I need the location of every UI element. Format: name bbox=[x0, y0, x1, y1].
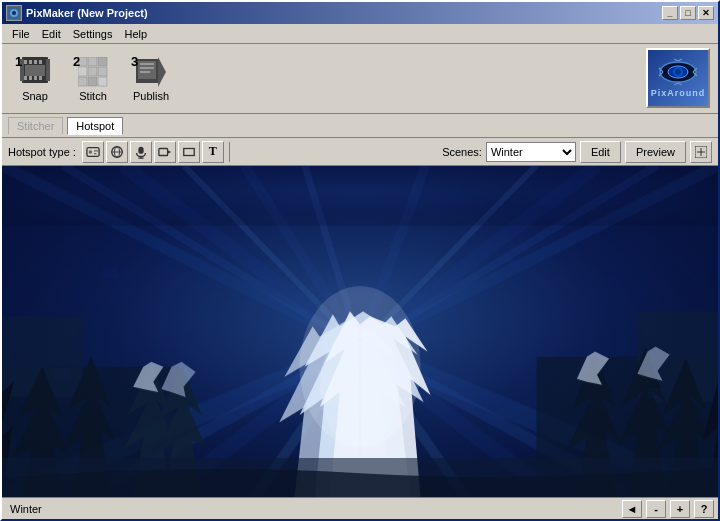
svg-rect-11 bbox=[29, 76, 32, 80]
maximize-button[interactable]: □ bbox=[680, 6, 696, 20]
app-window: PixMaker (New Project) _ □ ✕ File Edit S… bbox=[0, 0, 720, 521]
pixaround-logo: PixAround bbox=[646, 48, 710, 108]
winter-scene-svg bbox=[2, 166, 718, 497]
tab-stitcher[interactable]: Stitcher bbox=[8, 117, 63, 134]
svg-point-76 bbox=[320, 326, 401, 447]
scenes-select[interactable]: Winter Summer Spring Fall bbox=[486, 142, 576, 162]
menu-settings[interactable]: Settings bbox=[67, 26, 119, 42]
snap-button[interactable]: 1 Sna bbox=[10, 52, 60, 106]
svg-point-2 bbox=[12, 11, 16, 15]
preview-button[interactable]: Preview bbox=[625, 141, 686, 163]
help-button[interactable]: ? bbox=[694, 500, 714, 518]
stitch-label: Stitch bbox=[79, 90, 107, 102]
svg-rect-85 bbox=[2, 166, 718, 226]
svg-rect-13 bbox=[39, 76, 42, 80]
svg-rect-29 bbox=[140, 71, 150, 73]
publish-icon: 3 bbox=[135, 56, 167, 88]
main-toolbar: 1 Sna bbox=[2, 44, 718, 114]
snap-label: Snap bbox=[22, 90, 48, 102]
expand-button[interactable] bbox=[690, 141, 712, 163]
svg-rect-36 bbox=[94, 150, 98, 151]
svg-rect-8 bbox=[34, 60, 37, 64]
svg-rect-23 bbox=[98, 77, 107, 86]
svg-rect-27 bbox=[140, 63, 154, 65]
svg-marker-45 bbox=[168, 150, 172, 154]
menu-bar: File Edit Settings Help bbox=[2, 24, 718, 44]
stitch-button[interactable]: 2 Stitch bbox=[68, 52, 118, 106]
svg-rect-37 bbox=[94, 152, 97, 153]
rect-hotspot-tool[interactable] bbox=[178, 141, 200, 163]
publish-button[interactable]: 3 Publish bbox=[126, 52, 176, 106]
svg-point-35 bbox=[89, 150, 93, 154]
svg-rect-21 bbox=[78, 77, 87, 86]
hotspot-type-label: Hotspot type : bbox=[8, 146, 76, 158]
zoom-in-button[interactable]: + bbox=[670, 500, 690, 518]
svg-rect-6 bbox=[24, 60, 27, 64]
minimize-button[interactable]: _ bbox=[662, 6, 678, 20]
audio-hotspot-tool[interactable] bbox=[130, 141, 152, 163]
svg-rect-28 bbox=[140, 67, 154, 69]
window-controls: _ □ ✕ bbox=[662, 6, 714, 20]
main-canvas[interactable] bbox=[2, 166, 718, 497]
tab-bar: Stitcher Hotspot bbox=[2, 114, 718, 138]
scene-name-status: Winter bbox=[6, 503, 56, 515]
nav-prev-button[interactable]: ◄ bbox=[622, 500, 642, 518]
svg-rect-79 bbox=[204, 246, 216, 256]
svg-rect-7 bbox=[29, 60, 32, 64]
app-icon bbox=[6, 5, 22, 21]
close-button[interactable]: ✕ bbox=[698, 6, 714, 20]
menu-file[interactable]: File bbox=[6, 26, 36, 42]
svg-marker-26 bbox=[158, 57, 166, 87]
snap-icon: 1 bbox=[19, 56, 51, 88]
svg-rect-80 bbox=[506, 256, 520, 267]
svg-rect-78 bbox=[103, 266, 118, 278]
text-tool-icon: T bbox=[209, 144, 217, 159]
svg-rect-81 bbox=[607, 276, 620, 286]
stitch-icon: 2 bbox=[77, 56, 109, 88]
toolbar-separator bbox=[229, 142, 230, 162]
edit-button[interactable]: Edit bbox=[580, 141, 621, 163]
svg-rect-41 bbox=[138, 146, 143, 153]
video-hotspot-tool[interactable] bbox=[154, 141, 176, 163]
globe-hotspot-tool[interactable] bbox=[106, 141, 128, 163]
scenes-label: Scenes: bbox=[442, 146, 482, 158]
status-bar: Winter ◄ - + ? bbox=[2, 497, 718, 519]
svg-rect-20 bbox=[98, 67, 107, 76]
svg-rect-44 bbox=[159, 148, 168, 155]
menu-edit[interactable]: Edit bbox=[36, 26, 67, 42]
svg-rect-12 bbox=[34, 76, 37, 80]
tool-group: 1 Sna bbox=[10, 52, 710, 106]
hotspot-toolbar: Hotspot type : bbox=[2, 138, 718, 166]
svg-point-33 bbox=[675, 69, 681, 75]
svg-rect-16 bbox=[88, 57, 97, 66]
zoom-out-button[interactable]: - bbox=[646, 500, 666, 518]
publish-label: Publish bbox=[133, 90, 169, 102]
logo-label: PixAround bbox=[651, 88, 706, 98]
svg-rect-22 bbox=[88, 77, 97, 86]
svg-rect-9 bbox=[39, 60, 42, 64]
svg-rect-5 bbox=[46, 59, 50, 81]
menu-help[interactable]: Help bbox=[118, 26, 153, 42]
scenes-area: Scenes: Winter Summer Spring Fall Edit P… bbox=[442, 141, 712, 163]
title-bar: PixMaker (New Project) _ □ ✕ bbox=[2, 2, 718, 24]
svg-rect-14 bbox=[25, 65, 45, 76]
text-hotspot-tool[interactable]: T bbox=[202, 141, 224, 163]
svg-rect-17 bbox=[98, 57, 107, 66]
window-title: PixMaker (New Project) bbox=[26, 7, 662, 19]
svg-rect-10 bbox=[24, 76, 27, 80]
url-hotspot-tool[interactable] bbox=[82, 141, 104, 163]
svg-rect-46 bbox=[184, 148, 195, 155]
svg-rect-83 bbox=[647, 387, 663, 399]
svg-rect-82 bbox=[52, 367, 70, 381]
tab-hotspot[interactable]: Hotspot bbox=[67, 117, 123, 135]
svg-rect-19 bbox=[88, 67, 97, 76]
